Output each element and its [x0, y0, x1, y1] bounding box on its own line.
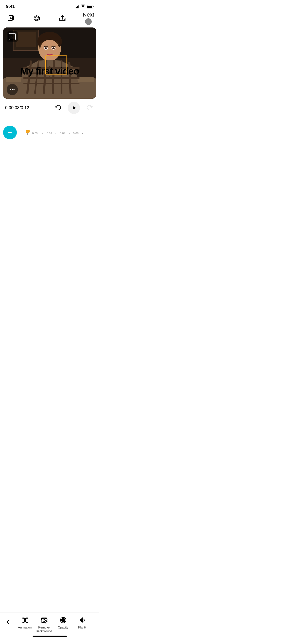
next-button-indicator [85, 18, 92, 25]
video-preview: My first video L [3, 27, 96, 99]
play-button[interactable] [68, 102, 80, 114]
ruler-mark-3: 0:06 [71, 132, 81, 135]
pro-badge[interactable]: L [7, 31, 18, 42]
ruler-dot-3: • [69, 132, 70, 135]
more-options-button[interactable] [7, 84, 18, 95]
timeline-section: 0:00.03/0:12 + [0, 99, 99, 149]
ruler-dot-1: • [42, 132, 43, 135]
ruler-dot-2: • [56, 132, 57, 135]
more-dots-icon [10, 89, 15, 90]
ruler-mark-1: 0:02 [44, 132, 55, 135]
svg-rect-15 [16, 32, 36, 47]
playback-controls: 0:00.03/0:12 [5, 102, 94, 114]
status-time: 9:41 [6, 4, 15, 9]
pro-badge-label: L [11, 35, 13, 38]
next-button[interactable]: Next [83, 12, 94, 25]
time-display: 0:00.03/0:12 [5, 105, 29, 110]
text-selection-box [45, 55, 67, 75]
export-button[interactable] [57, 13, 68, 24]
ar-mode-button[interactable] [31, 13, 42, 24]
add-media-button[interactable] [5, 13, 16, 24]
pro-badge-icon: L [9, 33, 16, 40]
status-bar: 9:41 [0, 0, 99, 11]
svg-marker-5 [35, 17, 38, 20]
control-buttons [53, 102, 94, 114]
add-icon: + [8, 129, 12, 136]
svg-point-30 [53, 48, 54, 49]
status-icons [75, 5, 93, 9]
ruler-mark-0: 0:00 [29, 132, 41, 135]
timeline-ruler: 0:00 • 0:02 • 0:04 • 0:06 • [20, 130, 94, 135]
battery-icon [87, 5, 93, 8]
signal-icon [75, 5, 79, 8]
wifi-icon [81, 5, 85, 9]
svg-marker-35 [73, 106, 76, 110]
timeline-track: 0:03 [20, 130, 94, 135]
add-clip-button[interactable]: + [3, 126, 17, 139]
scrubber-line [28, 130, 28, 135]
timeline-container: + 0:03 [5, 116, 94, 149]
svg-point-27 [45, 48, 47, 49]
undo-button[interactable] [53, 103, 63, 112]
ruler-mark-2: 0:04 [58, 132, 68, 135]
redo-button[interactable] [85, 103, 94, 112]
ruler-dot-4: • [82, 132, 83, 135]
top-toolbar: Next [0, 11, 99, 26]
